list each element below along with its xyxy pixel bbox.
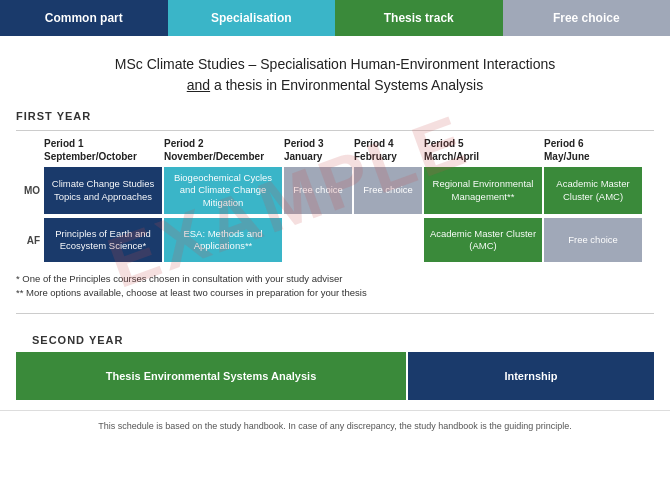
period-6-header: Period 6 May/June	[544, 137, 644, 163]
af-cell-2: ESA: Methods and Applications**	[164, 218, 282, 262]
second-year-grid: Thesis Environmental Systems Analysis In…	[16, 352, 654, 400]
period-3-header: Period 3 January	[284, 137, 354, 163]
af-cell-1: Principles of Earth and Ecosystem Scienc…	[44, 218, 162, 262]
mo-cell-3: Free choice	[284, 167, 352, 214]
title-underline-and: and	[187, 77, 210, 93]
note-1: * One of the Principles courses chosen i…	[16, 272, 654, 286]
period-header-row: Period 1 September/October Period 2 Nove…	[0, 137, 670, 163]
second-year-thesis: Thesis Environmental Systems Analysis	[16, 352, 406, 400]
mo-cells: Climate Change Studies Topics and Approa…	[44, 167, 654, 214]
legend-free: Free choice	[503, 0, 671, 36]
legend-bar: Common part Specialisation Thesis track …	[0, 0, 670, 36]
divider	[16, 130, 654, 131]
second-year-area: SECOND YEAR Thesis Environmental Systems…	[0, 320, 670, 400]
af-cells: Principles of Earth and Ecosystem Scienc…	[44, 218, 654, 262]
period-4-header: Period 4 February	[354, 137, 424, 163]
divider-2	[16, 313, 654, 314]
af-cell-3	[284, 218, 352, 262]
legend-specialisation: Specialisation	[168, 0, 336, 36]
af-cell-5: Academic Master Cluster (AMC)	[424, 218, 542, 262]
mo-cell-6: Academic Master Cluster (AMC)	[544, 167, 642, 214]
second-year-internship: Internship	[408, 352, 654, 400]
first-year-label: FIRST YEAR	[0, 104, 670, 124]
title-line2-post: a thesis in Environmental Systems Analys…	[210, 77, 483, 93]
mo-row: MO Climate Change Studies Topics and App…	[16, 167, 654, 214]
mo-cell-1: Climate Change Studies Topics and Approa…	[44, 167, 162, 214]
period-1-header: Period 1 September/October	[44, 137, 164, 163]
mo-cell-5: Regional Environmental Management**	[424, 167, 542, 214]
legend-common: Common part	[0, 0, 168, 36]
mo-cell-4: Free choice	[354, 167, 422, 214]
af-row: AF Principles of Earth and Ecosystem Sci…	[16, 218, 654, 262]
af-label: AF	[16, 218, 44, 262]
title-line2: and a thesis in Environmental Systems An…	[20, 75, 650, 96]
course-grid: MO Climate Change Studies Topics and App…	[0, 163, 670, 262]
notes-area: * One of the Principles courses chosen i…	[0, 266, 670, 307]
period-5-header: Period 5 March/April	[424, 137, 544, 163]
second-year-label: SECOND YEAR	[16, 328, 654, 348]
af-cell-6: Free choice	[544, 218, 642, 262]
footer: This schedule is based on the study hand…	[0, 410, 670, 437]
mo-label: MO	[16, 167, 44, 214]
af-cell-4	[354, 218, 422, 262]
mo-cell-2: Biogeochemical Cycles and Climate Change…	[164, 167, 282, 214]
title-area: MSc Climate Studies – Specialisation Hum…	[0, 36, 670, 104]
period-2-header: Period 2 November/December	[164, 137, 284, 163]
legend-thesis: Thesis track	[335, 0, 503, 36]
note-2: ** More options available, choose at lea…	[16, 286, 654, 300]
title-line1: MSc Climate Studies – Specialisation Hum…	[20, 54, 650, 75]
